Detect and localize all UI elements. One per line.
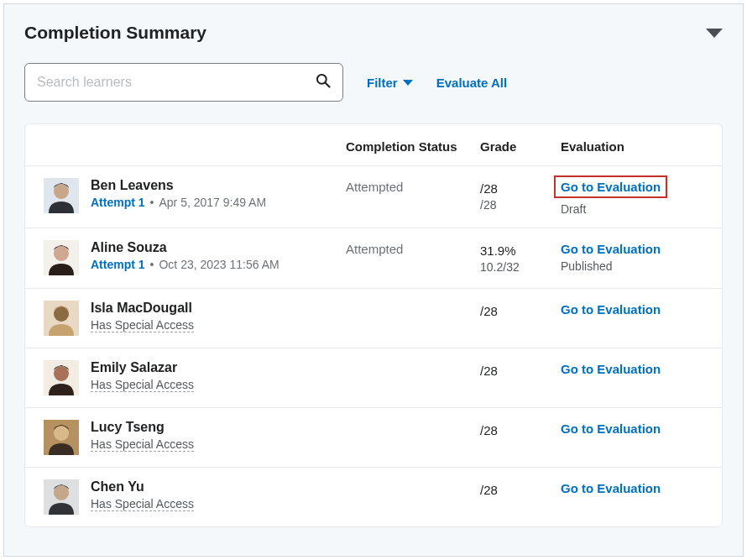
collapse-caret-icon[interactable] bbox=[706, 29, 723, 38]
status-cell bbox=[346, 301, 480, 302]
grade-cell: /28 bbox=[480, 479, 561, 499]
avatar[interactable] bbox=[44, 360, 79, 395]
special-access-label[interactable]: Has Special Access bbox=[91, 378, 194, 392]
grade-primary: /28 bbox=[480, 180, 561, 197]
grade-secondary: /28 bbox=[480, 197, 561, 214]
attempt-date: Apr 5, 2017 9:49 AM bbox=[159, 196, 266, 209]
grade-cell: /28 bbox=[480, 301, 561, 320]
user-name[interactable]: Emily Salazar bbox=[91, 360, 194, 375]
filter-label: Filter bbox=[367, 76, 398, 90]
avatar[interactable] bbox=[44, 301, 79, 336]
grade-cell: /28 bbox=[480, 360, 561, 379]
user-info: Ben LeavensAttempt 1•Apr 5, 2017 9:49 AM bbox=[91, 178, 266, 209]
completion-summary-panel: Completion Summary Filter Evaluate All C… bbox=[3, 3, 744, 557]
special-access-label[interactable]: Has Special Access bbox=[91, 318, 194, 332]
table-row: Ben LeavensAttempt 1•Apr 5, 2017 9:49 AM… bbox=[25, 166, 722, 228]
go-to-evaluation-link[interactable]: Go to Evaluation bbox=[561, 421, 661, 436]
go-to-evaluation-link[interactable]: Go to Evaluation bbox=[561, 362, 661, 376]
grade-primary: 31.9% bbox=[480, 242, 561, 259]
search-icon[interactable] bbox=[315, 72, 332, 92]
separator-dot: • bbox=[150, 196, 154, 209]
user-name[interactable]: Aline Souza bbox=[91, 240, 279, 255]
attempt-link[interactable]: Attempt 1 bbox=[91, 258, 145, 271]
user-info: Lucy TsengHas Special Access bbox=[91, 420, 194, 452]
status-cell: Attempted bbox=[346, 178, 480, 194]
attempt-line: Attempt 1•Oct 23, 2023 11:56 AM bbox=[91, 258, 279, 271]
evaluation-status: Draft bbox=[561, 202, 703, 216]
evaluation-cell: Go to Evaluation bbox=[561, 479, 703, 496]
user-name[interactable]: Lucy Tseng bbox=[91, 420, 194, 435]
grade-cell: /28 bbox=[480, 420, 561, 439]
go-to-evaluation-link[interactable]: Go to Evaluation bbox=[554, 175, 667, 198]
evaluation-cell: Go to Evaluation bbox=[561, 420, 703, 437]
learners-card: Completion Status Grade Evaluation Ben L… bbox=[24, 123, 723, 527]
user-cell: Aline SouzaAttempt 1•Oct 23, 2023 11:56 … bbox=[44, 240, 346, 275]
table-row: Emily SalazarHas Special Access/28Go to … bbox=[25, 348, 722, 408]
col-header-evaluation: Evaluation bbox=[561, 139, 703, 154]
user-cell: Ben LeavensAttempt 1•Apr 5, 2017 9:49 AM bbox=[44, 178, 346, 213]
user-name[interactable]: Chen Yu bbox=[91, 479, 194, 495]
page-title: Completion Summary bbox=[24, 23, 206, 43]
status-cell bbox=[346, 479, 480, 481]
col-header-user bbox=[44, 139, 346, 154]
avatar[interactable] bbox=[44, 178, 79, 213]
filter-button[interactable]: Filter bbox=[367, 76, 413, 90]
svg-point-7 bbox=[54, 306, 69, 322]
status-cell: Attempted bbox=[346, 240, 480, 256]
table-header-row: Completion Status Grade Evaluation bbox=[25, 124, 722, 166]
table-row: Isla MacDougallHas Special Access/28Go t… bbox=[25, 289, 722, 348]
go-to-evaluation-link[interactable]: Go to Evaluation bbox=[561, 481, 661, 495]
user-info: Isla MacDougallHas Special Access bbox=[91, 301, 194, 332]
evaluation-cell: Go to EvaluationPublished bbox=[561, 240, 703, 273]
evaluation-cell: Go to EvaluationDraft bbox=[561, 178, 703, 216]
user-info: Aline SouzaAttempt 1•Oct 23, 2023 11:56 … bbox=[91, 240, 279, 271]
search-wrap bbox=[24, 63, 343, 102]
svg-point-3 bbox=[54, 184, 69, 199]
grade-primary: /28 bbox=[480, 362, 561, 379]
special-access-label[interactable]: Has Special Access bbox=[91, 437, 194, 452]
avatar[interactable] bbox=[44, 420, 79, 455]
status-cell bbox=[346, 420, 480, 421]
evaluation-status: Published bbox=[561, 259, 703, 273]
attempt-link[interactable]: Attempt 1 bbox=[91, 196, 145, 209]
table-row: Chen YuHas Special Access/28Go to Evalua… bbox=[25, 468, 722, 526]
svg-point-13 bbox=[54, 485, 69, 500]
separator-dot: • bbox=[150, 258, 154, 271]
grade-cell: 31.9%10.2/32 bbox=[480, 240, 561, 276]
table-row: Aline SouzaAttempt 1•Oct 23, 2023 11:56 … bbox=[25, 228, 722, 289]
table-row: Lucy TsengHas Special Access/28Go to Eva… bbox=[25, 408, 722, 468]
user-info: Chen YuHas Special Access bbox=[91, 479, 194, 511]
special-access-label[interactable]: Has Special Access bbox=[91, 497, 194, 511]
col-header-grade: Grade bbox=[480, 139, 561, 154]
panel-header: Completion Summary bbox=[24, 23, 723, 43]
learners-table: Completion Status Grade Evaluation Ben L… bbox=[25, 124, 722, 526]
grade-cell: /28/28 bbox=[480, 178, 561, 214]
user-name[interactable]: Isla MacDougall bbox=[91, 301, 194, 316]
toolbar: Filter Evaluate All bbox=[24, 63, 723, 102]
user-cell: Isla MacDougallHas Special Access bbox=[44, 301, 346, 336]
user-cell: Emily SalazarHas Special Access bbox=[44, 360, 346, 395]
search-input[interactable] bbox=[24, 63, 343, 102]
go-to-evaluation-link[interactable]: Go to Evaluation bbox=[561, 302, 661, 317]
user-name[interactable]: Ben Leavens bbox=[91, 178, 266, 193]
attempt-date: Oct 23, 2023 11:56 AM bbox=[159, 258, 279, 271]
avatar[interactable] bbox=[44, 240, 79, 275]
evaluate-all-button[interactable]: Evaluate All bbox=[436, 76, 507, 90]
svg-point-5 bbox=[54, 246, 69, 261]
svg-line-1 bbox=[326, 83, 330, 87]
user-cell: Lucy TsengHas Special Access bbox=[44, 420, 346, 455]
grade-primary: /28 bbox=[480, 421, 561, 439]
svg-point-11 bbox=[54, 426, 69, 441]
user-info: Emily SalazarHas Special Access bbox=[91, 360, 194, 392]
evaluation-cell: Go to Evaluation bbox=[561, 360, 703, 377]
status-cell bbox=[346, 360, 480, 362]
grade-primary: /28 bbox=[480, 302, 561, 320]
attempt-line: Attempt 1•Apr 5, 2017 9:49 AM bbox=[91, 196, 266, 209]
avatar[interactable] bbox=[44, 479, 79, 515]
chevron-down-icon bbox=[403, 80, 413, 86]
user-cell: Chen YuHas Special Access bbox=[44, 479, 346, 515]
grade-secondary: 10.2/32 bbox=[480, 259, 561, 276]
col-header-status: Completion Status bbox=[346, 139, 480, 154]
go-to-evaluation-link[interactable]: Go to Evaluation bbox=[561, 242, 661, 256]
evaluation-cell: Go to Evaluation bbox=[561, 301, 703, 317]
